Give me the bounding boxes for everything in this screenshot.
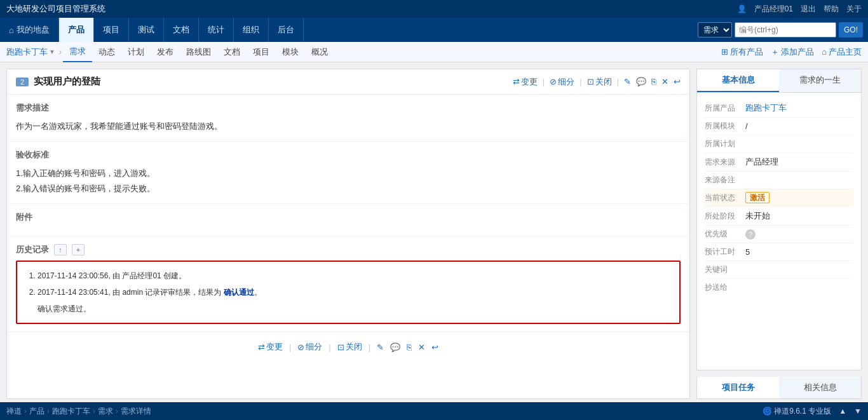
priority-icon: ?: [745, 229, 756, 240]
product-home-link[interactable]: ⌂ 产品主页: [822, 46, 862, 58]
bottom-comment-icon: 💬: [390, 342, 400, 352]
add-product-link[interactable]: ＋ 添加产品: [771, 46, 814, 58]
delete-icon: ✕: [661, 77, 668, 86]
stage-value: 未开始: [745, 210, 853, 222]
tab-related-info[interactable]: 相关信息: [779, 377, 861, 398]
sidebar-tabs: 基本信息 需求的一生: [696, 69, 862, 92]
search-type-select[interactable]: 需求: [698, 22, 732, 37]
send-label: 抄送给: [705, 282, 745, 293]
sidebar-content: 所属产品 跑跑卡丁车 所属模块 / 所属计划 需求来源 产品经理 来源备注: [696, 92, 862, 370]
brand-dropdown-icon: ▼: [49, 48, 55, 55]
estimate-label: 预计工时: [705, 247, 745, 257]
bottom-change-button[interactable]: ⇄ 变更: [258, 341, 283, 353]
nav-admin[interactable]: 后台: [269, 18, 304, 42]
nav-home-label: 我的地盘: [17, 24, 50, 36]
home-icon: ⌂: [9, 25, 14, 35]
sub-nav-module[interactable]: 模块: [276, 42, 305, 62]
product-label: 所属产品: [705, 103, 745, 114]
acceptance-line-2: 2.输入错误的账号和密码，提示失败。: [16, 181, 681, 196]
sub-nav-document[interactable]: 文档: [217, 42, 247, 62]
sub-nav-plan[interactable]: 计划: [121, 42, 151, 62]
sub-nav-requirement[interactable]: 需求: [63, 42, 92, 62]
bottom-change-icon: ⇄: [258, 342, 265, 352]
back-button[interactable]: ↩: [674, 77, 681, 86]
bottom-comment-button[interactable]: 💬: [390, 342, 400, 352]
detail-button[interactable]: ⊘ 细分: [550, 76, 574, 88]
bottom-close-icon: ⊡: [337, 342, 344, 352]
product-value: 跑跑卡丁车: [745, 102, 853, 114]
sub-nav-overview[interactable]: 概况: [305, 42, 334, 62]
acceptance-content: 1.输入正确的账号和密码，进入游戏。 2.输入错误的账号和密码，提示失败。: [16, 166, 681, 196]
history-add-button[interactable]: +: [72, 244, 85, 255]
all-products-link[interactable]: ⊞ 所有产品: [721, 46, 763, 58]
back-icon: ↩: [674, 77, 681, 86]
info-status-row: 当前状态 激活: [705, 189, 853, 207]
copy-button[interactable]: ⎘: [651, 77, 656, 86]
top-header-right: 👤 产品经理01 退出 帮助 关于: [737, 4, 862, 15]
edit-button[interactable]: ✎: [624, 77, 631, 86]
search-input[interactable]: [735, 22, 836, 37]
search-go-button[interactable]: GO!: [839, 22, 863, 37]
nav-test[interactable]: 测试: [129, 18, 164, 42]
info-source-row: 需求来源 产品经理: [705, 153, 853, 172]
bottom-split-icon: ⊘: [297, 342, 304, 352]
nav-doc[interactable]: 文档: [164, 18, 199, 42]
module-label: 所属模块: [705, 121, 745, 132]
sub-nav-release[interactable]: 发布: [151, 42, 180, 62]
content-area: 2 实现用户的登陆 ⇄ 变更 | ⊘ 细分 | ⊡ 关闭 |: [0, 62, 868, 405]
product-link[interactable]: 跑跑卡丁车: [745, 103, 787, 112]
bottom-delete-button[interactable]: ✕: [418, 342, 425, 352]
nav-product[interactable]: 产品: [59, 18, 94, 42]
estimate-value: 5: [745, 247, 853, 257]
source-note-label: 来源备注: [705, 175, 745, 186]
bottom-detail-button[interactable]: ⊘ 细分: [297, 341, 322, 353]
nav-search-area: 需求 GO!: [693, 18, 868, 42]
sub-nav-project[interactable]: 项目: [247, 42, 276, 62]
keyword-label: 关键词: [705, 264, 745, 275]
delete-button[interactable]: ✕: [661, 77, 668, 86]
description-section: 需求描述 作为一名游戏玩家，我希望能通过账号和密码登陆游戏。: [7, 95, 689, 142]
right-sidebar: 基本信息 需求的一生 所属产品 跑跑卡丁车 所属模块 / 所属计划 需求来源 产: [696, 69, 862, 399]
nav-project[interactable]: 项目: [94, 18, 129, 42]
products-icon: ⊞: [721, 47, 728, 57]
bottom-delete-icon: ✕: [418, 342, 425, 352]
close-story-button[interactable]: ⊡ 关闭: [587, 76, 612, 88]
story-title: 实现用户的登陆: [34, 76, 100, 88]
user-icon: 👤: [737, 4, 747, 13]
about-link[interactable]: 关于: [846, 4, 862, 15]
bottom-back-button[interactable]: ↩: [431, 342, 438, 352]
nav-org[interactable]: 组织: [234, 18, 269, 42]
bottom-close-button[interactable]: ⊡ 关闭: [337, 341, 362, 353]
tab-basic-info[interactable]: 基本信息: [697, 69, 779, 92]
user-name[interactable]: 产品经理01: [754, 4, 793, 15]
bottom-edit-button[interactable]: ✎: [377, 342, 384, 352]
change-button[interactable]: ⇄ 变更: [513, 76, 538, 88]
comment-button[interactable]: 💬: [636, 77, 646, 86]
bottom-copy-icon: ⎘: [407, 342, 412, 352]
sub-nav-brand[interactable]: 跑跑卡丁车 ▼: [6, 46, 55, 58]
copy-icon: ⎘: [651, 77, 656, 86]
nav-home[interactable]: ⌂ 我的地盘: [0, 18, 59, 42]
priority-value: ?: [745, 229, 853, 240]
history-item-1: 2017-11-14 23:00:56, 由 产品经理01 创建。: [37, 268, 672, 283]
sub-nav-dynamic[interactable]: 动态: [92, 42, 121, 62]
sub-nav-roadmap[interactable]: 路线图: [180, 42, 217, 62]
main-panel: 2 实现用户的登陆 ⇄ 变更 | ⊘ 细分 | ⊡ 关闭 |: [6, 69, 690, 399]
history-highlight: 确认通过: [224, 288, 254, 297]
logout-link[interactable]: 退出: [801, 4, 816, 15]
tab-story-life[interactable]: 需求的一生: [779, 69, 861, 92]
description-label: 需求描述: [16, 102, 681, 114]
attachment-section: 附件: [7, 204, 689, 236]
nav-stat[interactable]: 统计: [199, 18, 234, 42]
close-icon: ⊡: [587, 77, 594, 86]
story-header: 2 实现用户的登陆 ⇄ 变更 | ⊘ 细分 | ⊡ 关闭 |: [7, 69, 689, 95]
tab-project-task[interactable]: 项目任务: [697, 377, 779, 398]
history-label: 历史记录: [16, 244, 49, 255]
nav-bar: ⌂ 我的地盘 产品 项目 测试 文档 统计 组织 后台 需求 GO!: [0, 18, 868, 42]
bottom-copy-button[interactable]: ⎘: [407, 342, 412, 352]
priority-label: 优先级: [705, 229, 745, 240]
attachment-label: 附件: [16, 212, 681, 223]
help-link[interactable]: 帮助: [824, 4, 839, 15]
history-sort-button[interactable]: ↑: [54, 244, 67, 255]
edit-icon: ✎: [624, 77, 631, 86]
